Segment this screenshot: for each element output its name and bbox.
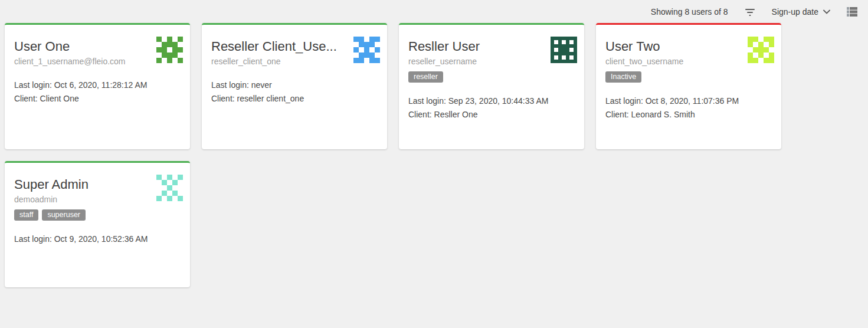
list-view-icon[interactable] [847, 7, 857, 17]
meta-line: Last login: Oct 9, 2020, 10:52:36 AM [14, 232, 181, 246]
user-name: User One [14, 39, 156, 54]
user-name: Resller User [408, 39, 550, 54]
status-badge: superuser [42, 209, 86, 221]
sort-dropdown[interactable]: Sign-up date [772, 7, 830, 17]
user-meta: Last login: Sep 23, 2020, 10:44:33 AMCli… [408, 94, 575, 122]
user-username: client_1_username@fleio.com [14, 56, 181, 67]
user-meta: Last login: Oct 8, 2020, 11:07:36 PMClie… [605, 94, 772, 122]
user-card[interactable]: Super Admin demoadmin staffsuperuser Las… [5, 161, 190, 287]
user-card-grid: User One client_1_username@fleio.com Las… [0, 23, 868, 287]
user-username: demoadmin [14, 194, 181, 205]
identicon-avatar [353, 37, 380, 63]
user-card[interactable]: User Two client_two_username Inactive La… [596, 23, 781, 149]
user-username: reseller_username [408, 56, 575, 67]
status-badge: Inactive [605, 71, 641, 83]
meta-line: Last login: Sep 23, 2020, 10:44:33 AM [408, 94, 575, 108]
identicon-avatar [748, 37, 774, 63]
chevron-down-icon [823, 9, 830, 14]
user-name: Super Admin [14, 177, 156, 192]
toolbar: Showing 8 users of 8 Sign-up date [0, 0, 868, 23]
meta-line: Client: Resller One [408, 108, 575, 122]
showing-count: Showing 8 users of 8 [651, 7, 728, 17]
user-card[interactable]: Resller User reseller_username reseller … [399, 23, 584, 149]
meta-line: Last login: Oct 8, 2020, 11:07:36 PM [605, 94, 772, 108]
user-name: User Two [605, 39, 747, 54]
meta-line: Last login: never [211, 78, 378, 92]
badge-row: staffsuperuser [14, 209, 181, 221]
badge-row: Inactive [605, 71, 772, 83]
user-username: reseller_client_one [211, 56, 378, 67]
filter-icon[interactable] [745, 8, 755, 16]
user-meta: Last login: Oct 9, 2020, 10:52:36 AM [14, 232, 181, 246]
badge-row: reseller [408, 71, 575, 83]
meta-line: Client: Leonard S. Smith [605, 108, 772, 122]
user-card[interactable]: User One client_1_username@fleio.com Las… [5, 23, 190, 149]
filter-icon-glyph [745, 8, 755, 16]
identicon-avatar [156, 37, 183, 63]
user-meta: Last login: Oct 6, 2020, 11:28:12 AMClie… [14, 78, 181, 106]
meta-line: Last login: Oct 6, 2020, 11:28:12 AM [14, 78, 181, 92]
user-meta: Last login: neverClient: reseller client… [211, 78, 378, 106]
identicon-avatar [156, 175, 183, 201]
identicon-avatar [551, 37, 577, 63]
sort-label: Sign-up date [772, 7, 818, 17]
user-username: client_two_username [605, 56, 772, 67]
meta-line: Client: reseller client_one [211, 92, 378, 106]
list-view-icon-glyph [847, 7, 857, 17]
status-badge: reseller [408, 71, 443, 83]
user-card[interactable]: Reseller Client_Use... reseller_client_o… [202, 23, 387, 149]
user-name: Reseller Client_Use... [211, 39, 353, 54]
meta-line: Client: Client One [14, 92, 181, 106]
status-badge: staff [14, 209, 38, 221]
